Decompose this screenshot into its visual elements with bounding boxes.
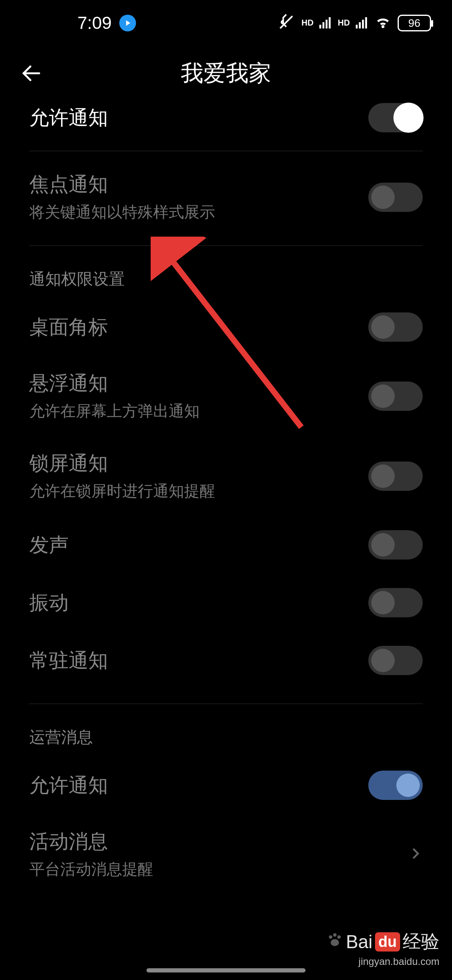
lockscreen-sub: 允许在锁屏时进行通知提醒 — [29, 481, 368, 502]
sound-label: 发声 — [29, 532, 368, 558]
hd-label-2: HD — [338, 18, 350, 28]
vibrate-label: 振动 — [29, 590, 368, 616]
section-header-marketing: 运营消息 — [0, 710, 452, 756]
focus-notify-label: 焦点通知 — [29, 171, 368, 198]
lockscreen-label: 锁屏通知 — [29, 450, 368, 477]
allow-notify-top-label: 允许通知 — [29, 105, 368, 131]
activity-row[interactable]: 活动消息 平台活动消息提醒 — [0, 814, 452, 894]
marketing-allow-toggle[interactable] — [368, 771, 423, 800]
svg-rect-6 — [359, 22, 361, 28]
activity-sub: 平台活动消息提醒 — [29, 859, 408, 880]
chevron-right-icon — [408, 846, 423, 862]
activity-label: 活动消息 — [29, 828, 408, 855]
focus-notify-toggle[interactable] — [368, 183, 423, 212]
mute-icon — [277, 13, 295, 33]
clock: 7:09 — [77, 13, 112, 33]
media-play-icon — [119, 15, 136, 31]
svg-point-15 — [331, 939, 339, 946]
allow-notify-top-toggle[interactable] — [368, 103, 423, 132]
badge-row[interactable]: 桌面角标 — [0, 298, 452, 356]
svg-rect-3 — [326, 20, 328, 28]
svg-rect-4 — [329, 17, 331, 28]
focus-notify-sub: 将关键通知以特殊样式展示 — [29, 202, 368, 223]
marketing-allow-label: 允许通知 — [29, 772, 368, 799]
home-indicator[interactable] — [146, 968, 306, 972]
floating-label: 悬浮通知 — [29, 370, 368, 397]
vibrate-toggle[interactable] — [368, 588, 423, 617]
allow-notify-row-top[interactable]: 允许通知 — [0, 101, 452, 142]
divider — [29, 151, 423, 151]
app-header: 我爱我家 — [0, 46, 452, 101]
vibrate-row[interactable]: 振动 — [0, 574, 452, 632]
sound-toggle[interactable] — [368, 530, 423, 560]
signal-icon-1 — [319, 16, 332, 30]
persistent-toggle[interactable] — [368, 646, 423, 675]
sound-row[interactable]: 发声 — [0, 516, 452, 574]
badge-label: 桌面角标 — [29, 314, 368, 340]
battery-icon: 96 — [398, 15, 431, 31]
watermark: Baidu 经验 jingyan.baidu.com — [326, 929, 439, 967]
svg-point-12 — [329, 935, 332, 939]
svg-rect-1 — [319, 25, 321, 28]
marketing-allow-row[interactable]: 允许通知 — [0, 756, 452, 814]
wifi-icon — [374, 13, 392, 33]
lockscreen-toggle[interactable] — [368, 462, 423, 491]
status-bar: 7:09 HD HD 96 — [0, 0, 452, 46]
hd-label-1: HD — [301, 18, 313, 28]
section-header-permissions: 通知权限设置 — [0, 252, 452, 298]
divider — [29, 245, 423, 246]
svg-rect-5 — [356, 25, 358, 28]
floating-row[interactable]: 悬浮通知 允许在屏幕上方弹出通知 — [0, 356, 452, 436]
paw-icon — [326, 931, 343, 952]
signal-icon-2 — [356, 16, 368, 30]
watermark-brand-box: du — [375, 932, 400, 952]
persistent-label: 常驻通知 — [29, 647, 368, 674]
watermark-brand-pre: Bai — [346, 931, 372, 952]
svg-rect-7 — [362, 20, 364, 28]
page-title: 我爱我家 — [0, 58, 452, 89]
watermark-brand-post: 经验 — [403, 929, 439, 954]
persistent-row[interactable]: 常驻通知 — [0, 632, 452, 689]
watermark-url: jingyan.baidu.com — [326, 956, 439, 967]
svg-rect-2 — [323, 22, 325, 28]
svg-rect-8 — [365, 17, 367, 28]
status-right: HD HD 96 — [277, 13, 431, 33]
divider — [29, 704, 423, 704]
floating-sub: 允许在屏幕上方弹出通知 — [29, 401, 368, 422]
badge-toggle[interactable] — [368, 312, 423, 342]
svg-point-14 — [337, 935, 341, 939]
status-left: 7:09 — [77, 13, 136, 33]
focus-notify-row[interactable]: 焦点通知 将关键通知以特殊样式展示 — [0, 157, 452, 237]
svg-point-13 — [333, 933, 336, 936]
lockscreen-row[interactable]: 锁屏通知 允许在锁屏时进行通知提醒 — [0, 436, 452, 516]
battery-percent: 96 — [408, 17, 421, 30]
floating-toggle[interactable] — [368, 382, 423, 411]
